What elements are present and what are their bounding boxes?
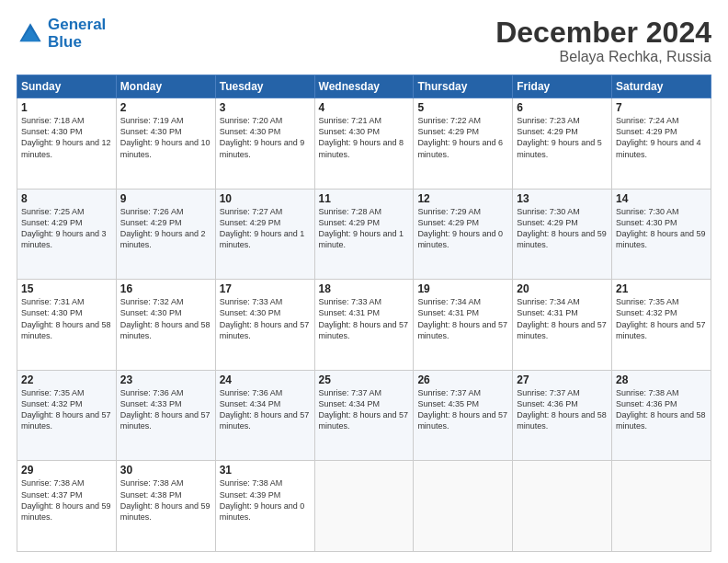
- cell-info: Sunrise: 7:29 AMSunset: 4:29 PMDaylight:…: [417, 207, 503, 249]
- day-number: 17: [220, 282, 311, 295]
- day-number: 15: [21, 282, 112, 295]
- calendar-week-2: 8 Sunrise: 7:25 AMSunset: 4:29 PMDayligh…: [17, 189, 711, 280]
- day-number: 22: [21, 373, 112, 386]
- day-number: 20: [517, 282, 608, 295]
- day-number: 2: [120, 101, 211, 114]
- calendar-cell: 26 Sunrise: 7:37 AMSunset: 4:35 PMDaylig…: [414, 370, 513, 461]
- calendar-cell: 23 Sunrise: 7:36 AMSunset: 4:33 PMDaylig…: [116, 370, 215, 461]
- cell-info: Sunrise: 7:34 AMSunset: 4:31 PMDaylight:…: [417, 297, 507, 339]
- calendar-cell: 8 Sunrise: 7:25 AMSunset: 4:29 PMDayligh…: [17, 189, 117, 280]
- day-number: 3: [220, 101, 311, 114]
- cell-info: Sunrise: 7:38 AMSunset: 4:37 PMDaylight:…: [21, 478, 111, 521]
- cell-info: Sunrise: 7:25 AMSunset: 4:29 PMDaylight:…: [21, 207, 107, 249]
- cell-info: Sunrise: 7:38 AMSunset: 4:36 PMDaylight:…: [616, 388, 706, 431]
- cell-info: Sunrise: 7:36 AMSunset: 4:34 PMDaylight:…: [220, 388, 310, 431]
- cell-info: Sunrise: 7:31 AMSunset: 4:30 PMDaylight:…: [21, 297, 111, 339]
- day-number: 9: [120, 192, 211, 205]
- cell-info: Sunrise: 7:38 AMSunset: 4:39 PMDaylight:…: [220, 478, 305, 521]
- calendar-cell: [612, 461, 711, 552]
- calendar-week-5: 29 Sunrise: 7:38 AMSunset: 4:37 PMDaylig…: [17, 461, 711, 552]
- calendar-cell: 20 Sunrise: 7:34 AMSunset: 4:31 PMDaylig…: [513, 280, 612, 371]
- calendar-cell: 27 Sunrise: 7:37 AMSunset: 4:36 PMDaylig…: [513, 370, 612, 461]
- calendar-week-3: 15 Sunrise: 7:31 AMSunset: 4:30 PMDaylig…: [17, 280, 711, 371]
- day-number: 31: [220, 464, 311, 477]
- calendar-cell: 19 Sunrise: 7:34 AMSunset: 4:31 PMDaylig…: [414, 280, 513, 371]
- calendar-cell: 31 Sunrise: 7:38 AMSunset: 4:39 PMDaylig…: [215, 461, 314, 552]
- col-header-wednesday: Wednesday: [314, 75, 414, 98]
- day-number: 21: [616, 282, 707, 295]
- day-number: 27: [517, 373, 608, 386]
- cell-info: Sunrise: 7:27 AMSunset: 4:29 PMDaylight:…: [220, 207, 305, 249]
- day-number: 11: [319, 192, 410, 205]
- calendar-cell: 3 Sunrise: 7:20 AMSunset: 4:30 PMDayligh…: [215, 98, 314, 190]
- calendar-cell: 17 Sunrise: 7:33 AMSunset: 4:30 PMDaylig…: [215, 280, 314, 371]
- cell-info: Sunrise: 7:18 AMSunset: 4:30 PMDaylight:…: [21, 116, 111, 158]
- day-number: 10: [220, 192, 311, 205]
- calendar-cell: 24 Sunrise: 7:36 AMSunset: 4:34 PMDaylig…: [215, 370, 314, 461]
- calendar-cell: 9 Sunrise: 7:26 AMSunset: 4:29 PMDayligh…: [116, 189, 215, 280]
- calendar-cell: 11 Sunrise: 7:28 AMSunset: 4:29 PMDaylig…: [314, 189, 414, 280]
- calendar-cell: 2 Sunrise: 7:19 AMSunset: 4:30 PMDayligh…: [116, 98, 215, 190]
- calendar-cell: 21 Sunrise: 7:35 AMSunset: 4:32 PMDaylig…: [612, 280, 711, 371]
- cell-info: Sunrise: 7:32 AMSunset: 4:30 PMDaylight:…: [120, 297, 210, 339]
- calendar-cell: 13 Sunrise: 7:30 AMSunset: 4:29 PMDaylig…: [513, 189, 612, 280]
- cell-info: Sunrise: 7:33 AMSunset: 4:30 PMDaylight:…: [220, 297, 310, 339]
- calendar-cell: [414, 461, 513, 552]
- calendar-week-4: 22 Sunrise: 7:35 AMSunset: 4:32 PMDaylig…: [17, 370, 711, 461]
- cell-info: Sunrise: 7:28 AMSunset: 4:29 PMDaylight:…: [319, 207, 404, 249]
- calendar-table: SundayMondayTuesdayWednesdayThursdayFrid…: [17, 75, 711, 552]
- calendar-cell: 18 Sunrise: 7:33 AMSunset: 4:31 PMDaylig…: [314, 280, 414, 371]
- logo-icon: [17, 20, 44, 48]
- cell-info: Sunrise: 7:21 AMSunset: 4:30 PMDaylight:…: [319, 116, 404, 158]
- cell-info: Sunrise: 7:37 AMSunset: 4:36 PMDaylight:…: [517, 388, 607, 431]
- cell-info: Sunrise: 7:30 AMSunset: 4:29 PMDaylight:…: [517, 207, 607, 249]
- logo: General Blue: [17, 17, 106, 51]
- day-number: 26: [417, 373, 508, 386]
- day-number: 29: [21, 464, 112, 477]
- calendar-cell: 22 Sunrise: 7:35 AMSunset: 4:32 PMDaylig…: [17, 370, 117, 461]
- day-number: 25: [319, 373, 410, 386]
- title-block: December 2024 Belaya Rechka, Russia: [495, 17, 711, 65]
- day-number: 23: [120, 373, 211, 386]
- cell-info: Sunrise: 7:37 AMSunset: 4:35 PMDaylight:…: [417, 388, 507, 431]
- calendar-cell: 14 Sunrise: 7:30 AMSunset: 4:30 PMDaylig…: [612, 189, 711, 280]
- day-number: 14: [616, 192, 707, 205]
- calendar-cell: 10 Sunrise: 7:27 AMSunset: 4:29 PMDaylig…: [215, 189, 314, 280]
- cell-info: Sunrise: 7:36 AMSunset: 4:33 PMDaylight:…: [120, 388, 210, 431]
- col-header-saturday: Saturday: [612, 75, 711, 98]
- cell-info: Sunrise: 7:19 AMSunset: 4:30 PMDaylight:…: [120, 116, 210, 158]
- cell-info: Sunrise: 7:33 AMSunset: 4:31 PMDaylight:…: [319, 297, 409, 339]
- day-number: 18: [319, 282, 410, 295]
- calendar-cell: 25 Sunrise: 7:37 AMSunset: 4:34 PMDaylig…: [314, 370, 414, 461]
- day-number: 6: [517, 101, 608, 114]
- day-number: 12: [417, 192, 508, 205]
- page-title: December 2024: [495, 17, 711, 49]
- calendar-cell: 12 Sunrise: 7:29 AMSunset: 4:29 PMDaylig…: [414, 189, 513, 280]
- day-number: 7: [616, 101, 707, 114]
- col-header-monday: Monday: [116, 75, 215, 98]
- day-number: 8: [21, 192, 112, 205]
- cell-info: Sunrise: 7:24 AMSunset: 4:29 PMDaylight:…: [616, 116, 701, 158]
- calendar-cell: 5 Sunrise: 7:22 AMSunset: 4:29 PMDayligh…: [414, 98, 513, 190]
- cell-info: Sunrise: 7:34 AMSunset: 4:31 PMDaylight:…: [517, 297, 607, 339]
- col-header-friday: Friday: [513, 75, 612, 98]
- calendar-cell: 16 Sunrise: 7:32 AMSunset: 4:30 PMDaylig…: [116, 280, 215, 371]
- day-number: 28: [616, 373, 707, 386]
- cell-info: Sunrise: 7:35 AMSunset: 4:32 PMDaylight:…: [616, 297, 706, 339]
- day-number: 4: [319, 101, 410, 114]
- calendar-cell: 1 Sunrise: 7:18 AMSunset: 4:30 PMDayligh…: [17, 98, 117, 190]
- col-header-thursday: Thursday: [414, 75, 513, 98]
- day-number: 30: [120, 464, 211, 477]
- header: General Blue December 2024 Belaya Rechka…: [17, 17, 711, 65]
- cell-info: Sunrise: 7:26 AMSunset: 4:29 PMDaylight:…: [120, 207, 206, 249]
- day-number: 19: [417, 282, 508, 295]
- calendar-cell: 7 Sunrise: 7:24 AMSunset: 4:29 PMDayligh…: [612, 98, 711, 190]
- day-of-week-header: SundayMondayTuesdayWednesdayThursdayFrid…: [17, 75, 711, 98]
- calendar-cell: 6 Sunrise: 7:23 AMSunset: 4:29 PMDayligh…: [513, 98, 612, 190]
- calendar-body: 1 Sunrise: 7:18 AMSunset: 4:30 PMDayligh…: [17, 98, 711, 552]
- day-number: 16: [120, 282, 211, 295]
- cell-info: Sunrise: 7:23 AMSunset: 4:29 PMDaylight:…: [517, 116, 602, 158]
- calendar-cell: 29 Sunrise: 7:38 AMSunset: 4:37 PMDaylig…: [17, 461, 117, 552]
- col-header-tuesday: Tuesday: [215, 75, 314, 98]
- cell-info: Sunrise: 7:22 AMSunset: 4:29 PMDaylight:…: [417, 116, 503, 158]
